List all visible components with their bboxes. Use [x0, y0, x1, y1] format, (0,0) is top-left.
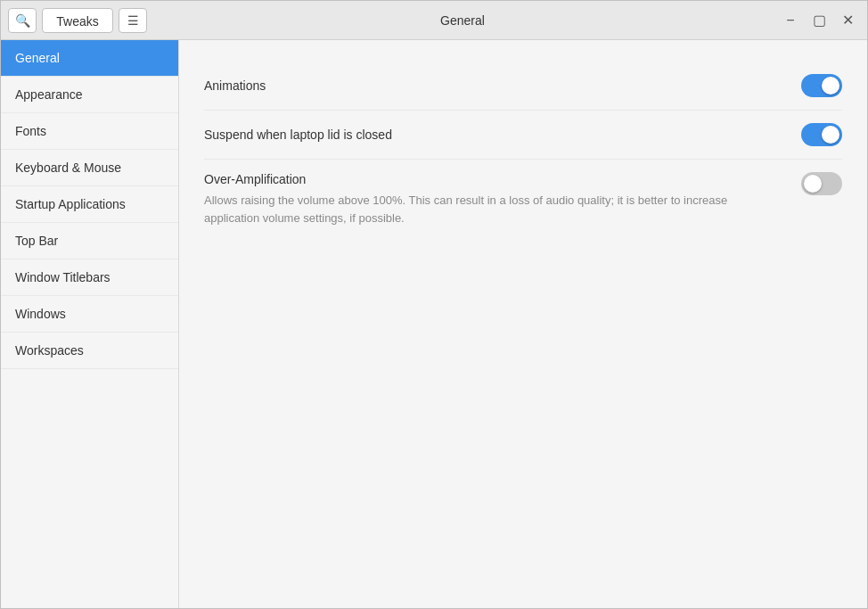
- sidebar-item-fonts[interactable]: Fonts: [1, 113, 178, 150]
- menu-button[interactable]: ☰: [119, 8, 147, 33]
- sidebar-item-window-titlebars[interactable]: Window Titlebars: [1, 259, 178, 296]
- main-area: GeneralAppearanceFontsKeyboard & MouseSt…: [1, 40, 867, 608]
- setting-text-over-amplification: Over-AmplificationAllows raising the vol…: [204, 172, 783, 226]
- sidebar-item-top-bar[interactable]: Top Bar: [1, 223, 178, 259]
- setting-label-suspend-lid: Suspend when laptop lid is closed: [204, 128, 392, 142]
- setting-title-over-amplification: Over-Amplification: [204, 172, 783, 186]
- sidebar-item-startup-applications[interactable]: Startup Applications: [1, 186, 178, 223]
- toggle-over-amplification[interactable]: [801, 172, 842, 195]
- setting-row-suspend-lid: Suspend when laptop lid is closed: [204, 111, 842, 160]
- setting-block-over-amplification: Over-AmplificationAllows raising the vol…: [204, 160, 842, 239]
- search-button[interactable]: 🔍: [8, 8, 37, 33]
- titlebar-left: 🔍 Tweaks ☰: [8, 8, 147, 33]
- window-controls: − ▢ ✕: [778, 8, 860, 33]
- toggle-animations[interactable]: [801, 74, 842, 97]
- setting-desc-over-amplification: Allows raising the volume above 100%. Th…: [204, 192, 783, 226]
- window-title: General: [147, 13, 778, 28]
- sidebar-item-appearance[interactable]: Appearance: [1, 77, 178, 113]
- minimize-icon: −: [786, 12, 794, 29]
- menu-icon: ☰: [127, 13, 139, 28]
- sidebar: GeneralAppearanceFontsKeyboard & MouseSt…: [1, 40, 179, 608]
- setting-row-animations: Animations: [204, 62, 842, 111]
- sidebar-item-general[interactable]: General: [1, 40, 178, 77]
- setting-label-animations: Animations: [204, 78, 266, 93]
- sidebar-item-windows[interactable]: Windows: [1, 296, 178, 333]
- maximize-icon: ▢: [813, 12, 826, 29]
- minimize-button[interactable]: −: [778, 8, 803, 33]
- search-icon: 🔍: [15, 13, 30, 28]
- close-icon: ✕: [842, 12, 854, 29]
- titlebar: 🔍 Tweaks ☰ General − ▢ ✕: [1, 1, 867, 40]
- app-title: Tweaks: [42, 8, 113, 33]
- toggle-suspend-lid[interactable]: [801, 123, 842, 146]
- content-area: AnimationsSuspend when laptop lid is clo…: [179, 40, 867, 608]
- maximize-button[interactable]: ▢: [807, 8, 831, 33]
- sidebar-item-keyboard-mouse[interactable]: Keyboard & Mouse: [1, 150, 178, 186]
- sidebar-item-workspaces[interactable]: Workspaces: [1, 333, 178, 369]
- app-window: 🔍 Tweaks ☰ General − ▢ ✕ GeneralAppearan…: [0, 0, 868, 609]
- setting-block-top-over-amplification: Over-AmplificationAllows raising the vol…: [204, 172, 842, 226]
- close-button[interactable]: ✕: [835, 8, 860, 33]
